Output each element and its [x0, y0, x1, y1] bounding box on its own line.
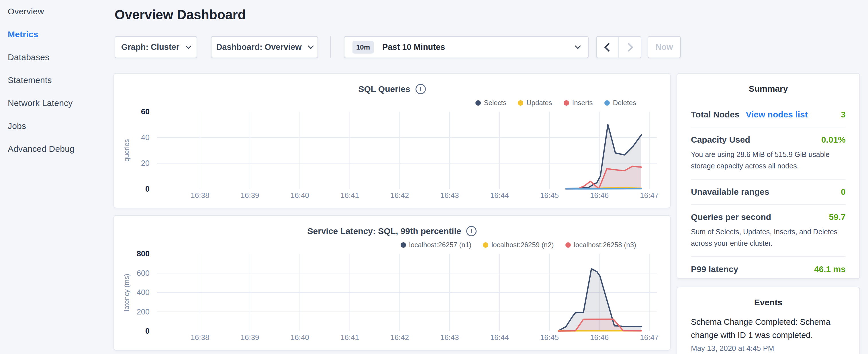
summary-row-label: P99 latency [691, 264, 738, 274]
legend-dot [475, 100, 481, 106]
legend-item[interactable]: localhost:26258 (n3) [565, 241, 636, 249]
chevron-down-icon [308, 43, 313, 49]
controls-divider [330, 36, 331, 58]
service-latency-chart-card: 16:3816:3916:4016:4116:4216:4316:4416:45… [114, 215, 671, 351]
legend-dot [564, 100, 569, 106]
svg-text:16:38: 16:38 [191, 191, 209, 200]
sidebar-item-advanced-debug[interactable]: Advanced Debug [0, 137, 114, 160]
time-step-buttons [596, 36, 641, 58]
chart-title-row: Service Latency: SQL, 99th percentile i [114, 226, 670, 236]
sidebar-item-statements[interactable]: Statements [0, 69, 114, 92]
svg-text:800: 800 [137, 250, 150, 258]
svg-text:queries: queries [123, 139, 130, 162]
summary-row-value: 0 [841, 187, 846, 197]
svg-text:16:39: 16:39 [241, 333, 259, 342]
svg-text:60: 60 [141, 107, 150, 116]
time-range-badge: 10m [352, 41, 374, 54]
dashboard-dropdown[interactable]: Dashboard: Overview [211, 36, 318, 58]
legend-dot [518, 100, 523, 106]
svg-text:400: 400 [137, 288, 150, 297]
sidebar-item-metrics[interactable]: Metrics [0, 23, 114, 46]
events-panel: Events Schema Change Completed: Schema c… [677, 287, 860, 354]
summary-rows: Total NodesView nodes list3Capacity Used… [691, 102, 846, 282]
graph-dropdown[interactable]: Graph: Cluster [115, 36, 197, 58]
chart-legend: SelectsUpdatesInsertsDeletes [475, 99, 637, 107]
events-title: Events [677, 297, 859, 307]
svg-text:16:44: 16:44 [490, 333, 509, 342]
summary-row-label: Capacity Used [691, 135, 750, 144]
svg-text:16:40: 16:40 [290, 191, 309, 200]
time-back-button[interactable] [597, 37, 618, 58]
event-text: Schema Change Completed: Schema change w… [691, 315, 846, 342]
chart-title: SQL Queries [358, 84, 410, 94]
event-item[interactable]: Schema Change Completed: Schema change w… [691, 315, 846, 353]
svg-text:200: 200 [137, 308, 150, 316]
legend-item[interactable]: Updates [518, 99, 552, 107]
event-timestamp: May 13, 2020 at 4:45 PM [691, 344, 846, 353]
svg-text:16:45: 16:45 [540, 191, 559, 200]
time-forward-button[interactable] [618, 37, 641, 58]
summary-row-label: Total Nodes [691, 110, 739, 120]
svg-text:16:41: 16:41 [340, 333, 359, 342]
svg-text:16:42: 16:42 [390, 333, 409, 342]
summary-row-value: 59.7 [829, 212, 846, 222]
info-icon[interactable]: i [466, 226, 476, 236]
view-nodes-link[interactable]: View nodes list [746, 110, 808, 120]
chevron-left-icon [604, 43, 613, 52]
legend-label: Deletes [613, 99, 636, 107]
legend-label: localhost:26258 (n3) [574, 241, 636, 249]
sidebar-item-databases[interactable]: Databases [0, 46, 114, 69]
summary-row-description: You are using 28.6 MiB of 515.9 GiB usab… [691, 149, 846, 171]
chart-legend: localhost:26257 (n1)localhost:26259 (n2)… [401, 241, 636, 249]
sidebar-item-overview[interactable]: Overview [0, 0, 114, 23]
event-list: Schema Change Completed: Schema change w… [691, 315, 846, 353]
svg-text:16:40: 16:40 [290, 333, 309, 342]
legend-dot [401, 242, 406, 248]
legend-label: Updates [526, 99, 552, 107]
summary-row: Total NodesView nodes list3 [691, 102, 846, 127]
svg-text:16:46: 16:46 [590, 333, 609, 342]
legend-dot [483, 242, 488, 248]
legend-label: localhost:26257 (n1) [409, 241, 471, 249]
svg-text:16:41: 16:41 [340, 191, 359, 200]
time-range-label: Past 10 Minutes [382, 42, 445, 52]
legend-item[interactable]: localhost:26259 (n2) [483, 241, 554, 249]
sidebar-item-network-latency[interactable]: Network Latency [0, 92, 114, 115]
time-range-selector[interactable]: 10m Past 10 Minutes [344, 36, 589, 58]
legend-item[interactable]: Inserts [564, 99, 593, 107]
svg-text:20: 20 [141, 159, 150, 167]
now-button[interactable]: Now [648, 36, 681, 58]
summary-row-label: Queries per second [691, 212, 771, 222]
svg-text:16:42: 16:42 [390, 191, 409, 200]
svg-text:16:45: 16:45 [540, 333, 559, 342]
summary-title: Summary [677, 84, 859, 94]
sql-queries-chart-card: 16:3816:3916:4016:4116:4216:4316:4416:45… [114, 73, 671, 208]
summary-row: Queries per second59.7Sum of Selects, Up… [691, 204, 846, 256]
legend-item[interactable]: Deletes [604, 99, 636, 107]
graph-dropdown-label: Graph: Cluster [121, 42, 179, 52]
svg-text:600: 600 [137, 269, 150, 278]
svg-text:16:39: 16:39 [241, 191, 259, 200]
chart-title-row: SQL Queries i [114, 84, 670, 94]
summary-row: Unavailable ranges0 [691, 179, 846, 204]
legend-item[interactable]: Selects [475, 99, 507, 107]
legend-item[interactable]: localhost:26257 (n1) [401, 241, 471, 249]
svg-text:16:43: 16:43 [440, 333, 459, 342]
svg-text:16:47: 16:47 [640, 333, 658, 342]
summary-row: Capacity Used0.01%You are using 28.6 MiB… [691, 127, 846, 179]
chevron-right-icon [624, 43, 633, 52]
svg-text:0: 0 [145, 327, 150, 335]
dashboard-dropdown-label: Dashboard: Overview [216, 42, 302, 52]
page-title: Overview Dashboard [115, 7, 246, 22]
svg-text:40: 40 [141, 133, 150, 142]
sidebar-item-jobs[interactable]: Jobs [0, 115, 114, 137]
svg-text:16:47: 16:47 [640, 191, 658, 200]
svg-text:16:43: 16:43 [440, 191, 459, 200]
svg-text:16:44: 16:44 [490, 191, 509, 200]
summary-row-value: 46.1 ms [814, 264, 846, 274]
controls-row: Graph: Cluster Dashboard: Overview 10m P… [115, 36, 681, 58]
info-icon[interactable]: i [415, 84, 426, 94]
svg-text:16:46: 16:46 [590, 191, 609, 200]
svg-text:0: 0 [145, 185, 150, 193]
summary-row-label: Unavailable ranges [691, 187, 769, 197]
